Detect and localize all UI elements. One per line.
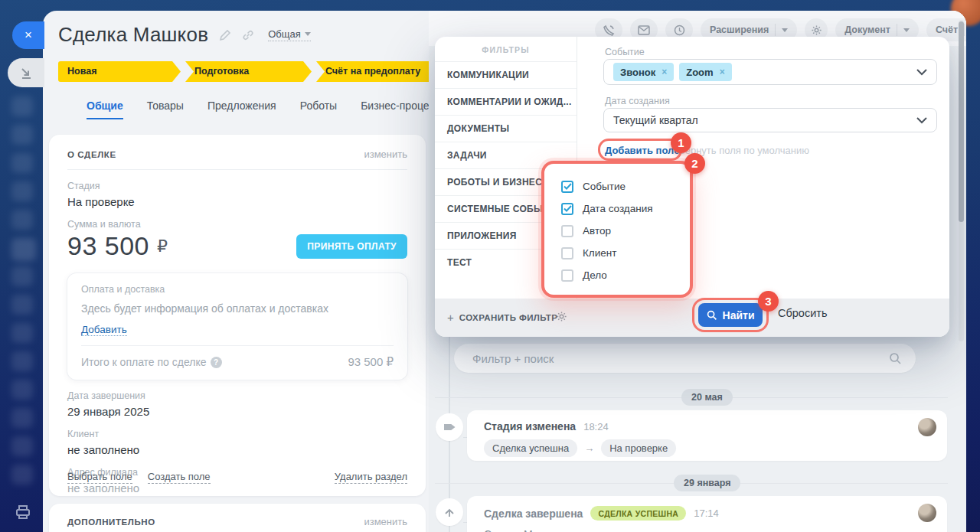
filter-category[interactable]: КОММУНИКАЦИИ [435,61,577,88]
timeline-entry-deal-finished[interactable]: Сделка завершена СДЕЛКА УСПЕШНА 17:14 Сд… [467,496,947,532]
reset-button[interactable]: Сбросить [778,307,827,319]
annotation-badge-3: 3 [758,291,779,312]
delete-section-link[interactable]: Удалить раздел [335,471,407,484]
stage-docs[interactable]: Подготовка документов [185,61,312,82]
stage-field-label: Стадия [67,181,407,191]
stage-new[interactable]: Новая [58,61,181,82]
date-separator: 29 января [435,483,948,484]
option-author[interactable]: Автор [544,220,690,242]
filter-popup: ФИЛЬТРЫ КОММУНИКАЦИИ КОММЕНТАРИИ И ОЖИД.… [435,37,949,337]
scrollbar-thumb[interactable] [959,21,964,222]
edit-title-icon[interactable] [219,29,231,41]
option-activity[interactable]: Дело [544,264,690,286]
payment-delivery-box: Оплата и доставка Здесь будет информация… [67,273,407,380]
collapse-slider-button[interactable] [8,58,44,87]
search-icon [707,310,717,321]
annotation-badge-2: 2 [684,153,705,174]
plus-icon: + [447,311,454,324]
about-deal-card: О СДЕЛКЕ изменить Стадия На проверке Сум… [49,135,426,496]
chevron-down-icon [916,117,927,124]
timeline-region: Расширения Документ Счёт 20 мая [429,11,966,532]
select-field-link[interactable]: Выбрать поле [67,471,132,484]
printer-icon[interactable] [14,504,32,524]
annotation-badge-1: 1 [671,132,691,153]
timeline-search [454,344,916,373]
search-icon[interactable] [889,352,902,365]
payment-box-hint: Здесь будет информация об оплатах и дост… [81,302,394,315]
chevron-up-icon [444,507,455,517]
chevron-down-icon [903,28,910,32]
filter-settings-gear-icon[interactable] [556,311,567,325]
additional-card-title: ДОПОЛНИТЕЛЬНО [67,517,155,527]
divider [67,169,407,170]
entry-deal-name: Сделка Машков [484,528,930,532]
add-field-link[interactable]: Добавить поле [605,145,679,156]
funnel-selector[interactable]: Общая [268,28,311,41]
date-chip: 29 января [674,475,740,491]
date-separator: 20 мая [435,397,948,398]
client-label: Клиент [67,429,407,439]
help-icon[interactable]: ? [211,357,222,368]
deal-tag-icon [444,423,456,432]
option-created-date[interactable]: Дата создания [544,197,690,220]
save-filter-button[interactable]: + СОХРАНИТЬ ФИЛЬТР [447,311,557,324]
currency-symbol: ₽ [157,237,168,256]
page-title: Сделка Машков [58,23,208,47]
sum-field-label: Сумма и валюта [67,219,407,230]
chevron-down-icon [305,32,311,36]
payment-box-label: Оплата и доставка [81,284,394,295]
event-multiselect[interactable]: Звонок × Zoom × [603,59,937,85]
entry-title: Сделка завершена [484,508,583,520]
remove-tag-icon[interactable]: × [720,67,725,77]
tab-general[interactable]: Общие [87,100,123,119]
checkbox-unchecked [561,247,573,259]
deal-page-panel: Сделка Машков Общая Новая Подготовка док… [43,11,966,532]
event-field-label: Событие [605,47,645,57]
field-options-popup: Событие Дата создания Автор Клиент [541,161,693,298]
entry-time: 17:14 [694,508,719,519]
collapse-icon [20,67,33,80]
additional-card: ДОПОЛНИТЕЛЬНО изменить [49,504,426,532]
entry-title: Стадия изменена [484,420,576,432]
stage-change-node [436,413,463,441]
client-value: не заполнено [67,443,407,456]
tab-robots[interactable]: Роботы [300,100,337,119]
chevron-down-icon [782,28,788,32]
checkbox-unchecked [561,225,573,237]
copy-link-icon[interactable] [242,29,254,41]
stage-to-chip: На проверке [601,439,676,457]
find-button[interactable]: Найти [698,303,763,327]
checkbox-checked [561,203,573,215]
filter-category[interactable]: ДОКУМЕНТЫ [435,115,577,142]
stage-invoice[interactable]: Счёт на предоплату [316,61,439,82]
stage-field-value: На проверке [67,195,407,208]
add-payment-link[interactable]: Добавить [81,324,127,336]
timeline-entry-stage-changed[interactable]: Стадия изменена 18:24 Сделка успешна → Н… [467,410,947,461]
chevron-down-icon [916,69,927,76]
close-icon: × [24,28,32,43]
edit-about-link[interactable]: изменить [364,149,407,160]
timeline-search-input[interactable] [472,352,889,365]
created-date-select[interactable]: Текущий квартал [603,108,937,132]
option-client[interactable]: Клиент [544,242,690,264]
stage-from-chip: Сделка успешна [484,439,577,457]
edit-additional-link[interactable]: изменить [364,516,407,527]
deal-success-badge: СДЕЛКА УСПЕШНА [590,506,686,521]
option-event[interactable]: Событие [544,175,690,197]
tab-quotes[interactable]: Предложения [207,100,276,119]
deal-sum: 93 500 [67,231,149,261]
close-slider-button[interactable]: × [12,21,44,49]
deal-finished-node [436,498,463,526]
tab-products[interactable]: Товары [147,100,184,119]
filter-category[interactable]: КОММЕНТАРИИ И ОЖИД... [435,88,577,115]
arrow-right-icon: → [584,442,594,454]
create-field-link[interactable]: Создать поле [148,471,211,484]
avatar [918,418,936,436]
event-tag-call: Звонок × [613,63,674,81]
total-value: 93 500 ₽ [348,355,394,369]
event-tag-zoom: Zoom × [679,63,731,81]
accept-payment-button[interactable]: ПРИНЯТЬ ОПЛАТУ [296,234,407,259]
filters-heading: ФИЛЬТРЫ [435,37,577,61]
remove-tag-icon[interactable]: × [662,67,667,77]
vertical-scrollbar[interactable] [959,20,964,341]
